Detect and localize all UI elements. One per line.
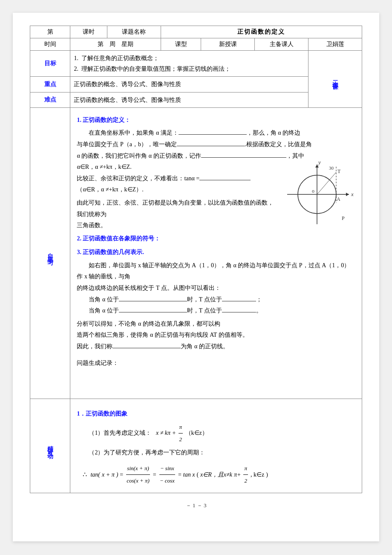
blank-1 (179, 128, 247, 135)
keypoints-content: 正切函数的概念、诱导公式、图像与性质 (70, 77, 308, 92)
blank-when2b (222, 306, 256, 312)
blank-2 (177, 139, 245, 146)
domain-formula: x ≠ kπ + (156, 430, 176, 436)
main-table: 第 课时 课题名称 正切函数的定义 时间 第 周 星期 课型 新授课 主备课人 … (30, 26, 362, 493)
issue-record: 问题生成记录： (77, 358, 355, 369)
equals-2: = (153, 469, 156, 481)
lecture-section1-title: 1．正切函数的图象 (77, 408, 355, 420)
pi-over-2-frac: π 2 (179, 422, 183, 445)
blank-when1a (119, 295, 187, 301)
kpi-text: π+ (234, 469, 241, 481)
equals-1: = (120, 469, 123, 481)
objectives-content: 1. 了解任意角的正切函数概念； 2. 理解正切函数中的自变量取值范围；掌握正切… (70, 51, 308, 77)
therefore-symbol: ∴ (83, 468, 89, 482)
geo-p2: 的终边或终边的延长线相交于 T 点。从图中可以看出： (77, 283, 355, 294)
keypoints-label: 重点 (30, 77, 70, 92)
tan-frac2: − sinx − cosx (159, 463, 176, 486)
difficulties-content: 正切函数的概念、诱导公式、图像与性质 (70, 92, 308, 107)
type-label: 课型 (161, 38, 201, 51)
tan-frac1: sin(x + π) cos(x + π) (126, 463, 150, 486)
tan-x-plus-pi: x + π (102, 469, 115, 481)
week-cell: 第 周 星期 (70, 38, 161, 51)
diagram-container: x y A T 3 (77, 173, 355, 231)
teacher-label: 主备课人 (255, 38, 308, 51)
blank-3 (201, 151, 286, 158)
comma-k: , k∈z (251, 469, 264, 481)
blank-tana (199, 173, 251, 180)
keshi-cell: 课时 (70, 26, 107, 38)
x-label: x (351, 191, 354, 197)
tan-formula-lhs: tan( (90, 469, 100, 481)
geo-when1: 当角 α 位于时，T 点位于； (89, 294, 355, 306)
geo-p1: 如右图，单位圆与 x 轴正半轴的交点为 A（1，0），角 α 的终边与单位圆交于… (77, 260, 355, 283)
blank-when2a (119, 306, 187, 312)
domain-condition: （k∈z） (185, 430, 208, 436)
lecture-row: 精讲互动 1．正切函数的图象 （1）首先考虑定义域： x ≠ kπ + π 2 … (30, 399, 362, 493)
objective-2: 2. 理解正切函数中的自变量取值范围；掌握正切线的画法； (74, 64, 305, 74)
page-footer: － 1 － 3 (30, 502, 362, 509)
self-study-row: 自主学习 1. 正切函数的定义： 在直角坐标系中，如果角 α 满足：，那么，角 … (30, 107, 362, 399)
section2-title: 2. 正切函数值在各象限的符号： (77, 233, 355, 245)
self-study-label: 自主学习 (30, 107, 70, 399)
definition-p1b: 与单位圆交于点 P（a，b），唯一确定.根据函数定义，比值是角 (77, 139, 355, 150)
blank-tangent-line (112, 341, 181, 348)
objectives-label: 目标 (30, 51, 70, 77)
second-prep-label: 二次备课 (331, 75, 339, 81)
definition-p1: 在直角坐标系中，如果角 α 满足：，那么，角 α 的终边 (77, 127, 355, 139)
issue-blank-area (77, 369, 355, 394)
geo-analysis: 分析可以得知，不论角 α 的终边在第几象限，都可以构 (77, 318, 355, 330)
geo-conclusion: 因此，我们称为角 α 的正切线。 (77, 341, 355, 353)
ketimingcheng-cell: 课题名称 (107, 26, 161, 38)
objective-1: 1. 了解任意角的正切函数概念； (74, 53, 305, 64)
y-label: y (317, 160, 321, 165)
result-condition: x∈R，且x≠k (200, 469, 232, 481)
objectives-row: 目标 1. 了解任意角的正切函数概念； 2. 理解正切函数中的自变量取值范围；掌… (30, 51, 362, 77)
geo-analysis2: 造两个相似三角形，使得角 α 的正切值与有向线段 AT 的值相等。 (77, 330, 355, 341)
blank-when1b (222, 295, 256, 301)
point-t-label: T (337, 168, 341, 174)
objective-1-text: 了解任意角的正切函数概念； (81, 55, 159, 61)
header-row: 第 课时 课题名称 正切函数的定义 (30, 26, 362, 38)
second-prep-cell: 二次备课 (308, 51, 362, 108)
section1-title: 1. 正切函数的定义： (77, 115, 355, 126)
lecture-item1: （1）首先考虑定义域： x ≠ kπ + π 2 （k∈z） (89, 422, 355, 445)
info-row: 时间 第 周 星期 课型 新授课 主备课人 卫娟莲 (30, 38, 362, 51)
diagram: x y A T 3 (279, 160, 355, 233)
objective-2-text: 理解正切函数中的自变量取值范围；掌握正切线的画法； (81, 66, 231, 72)
type-value: 新授课 (201, 38, 255, 51)
tan-formula-eq1: ) (116, 469, 118, 481)
title-cell: 正切函数的定义 (161, 26, 362, 38)
difficulties-label: 难点 (30, 92, 70, 107)
lecture-label: 精讲互动 (30, 399, 70, 493)
degree-label: 30 (329, 165, 334, 171)
time-label: 时间 (30, 38, 70, 51)
geo-when2: 当角 α 位于时，T 点位于。 (89, 305, 355, 317)
x-axis-arrow (346, 193, 349, 196)
teacher-name: 卫娟莲 (308, 38, 362, 51)
di-cell: 第 (30, 26, 70, 38)
point-p-label: P (342, 215, 345, 221)
lecture-content: 1．正切函数的图象 （1）首先考虑定义域： x ≠ kπ + π 2 （k∈z）… (70, 399, 362, 493)
lecture-item2: （2）为了研究方便，再考虑一下它的周期： (89, 447, 355, 459)
origin-label: o (312, 188, 314, 194)
point-a-label: A (337, 196, 340, 202)
coordinate-diagram: x y A T 3 (279, 160, 355, 228)
equals-3: = (178, 469, 182, 481)
tan-formula-block: ∴ tan( x + π ) = sin(x + π) cos(x + π) =… (83, 463, 355, 486)
self-study-content: 1. 正切函数的定义： 在直角坐标系中，如果角 α 满足：，那么，角 α 的终边… (70, 107, 362, 399)
page: 第 课时 课题名称 正切函数的定义 时间 第 周 星期 课型 新授课 主备课人 … (13, 13, 379, 541)
tan-frac3: π 2 (243, 463, 248, 486)
paren-close: ) (266, 469, 268, 481)
tan-result: tan x (183, 469, 195, 481)
section3-title: 3. 正切函数值的几何表示. (77, 247, 355, 258)
paren-open: ( (196, 469, 199, 481)
